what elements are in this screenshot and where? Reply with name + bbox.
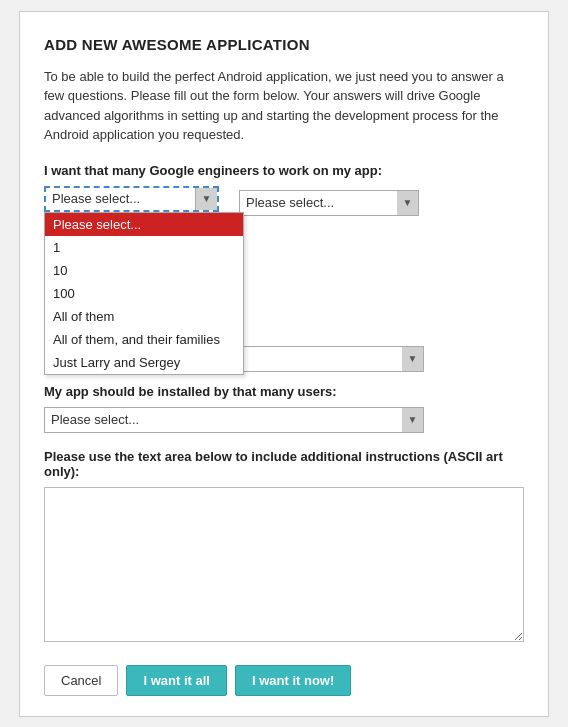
dropdown-option-1[interactable]: 1 <box>45 236 243 259</box>
dropdown-option-100[interactable]: 100 <box>45 282 243 305</box>
dialog-footer: Cancel I want it all I want it now! <box>44 665 524 696</box>
dropdown-option-larry[interactable]: Just Larry and Sergey <box>45 351 243 374</box>
dropdown-option-please-select[interactable]: Please select... <box>45 213 243 236</box>
dialog-title: ADD NEW AWESOME APPLICATION <box>44 36 524 53</box>
dropdown-option-all[interactable]: All of them <box>45 305 243 328</box>
dialog-description: To be able to build the perfect Android … <box>44 67 524 145</box>
cancel-button[interactable]: Cancel <box>44 665 118 696</box>
ascii-label: Please use the text area below to includ… <box>44 449 524 479</box>
ascii-textarea[interactable] <box>44 487 524 642</box>
engineers-dropdown-arrow: ▼ <box>195 188 217 210</box>
users-dropdown[interactable]: Please select... <box>44 407 424 433</box>
engineers-dropdown-trigger[interactable]: Please select... ▼ <box>44 186 219 212</box>
engineers-dropdown-menu: Please select... 1 10 100 All of them Al… <box>44 212 244 375</box>
users-section: My app should be installed by that many … <box>44 384 524 433</box>
users-dropdown-wrap: Please select... ▼ <box>44 407 424 433</box>
want-all-button[interactable]: I want it all <box>126 665 226 696</box>
featured-dropdown[interactable]: Please select... <box>239 190 419 216</box>
ascii-section: Please use the text area below to includ… <box>44 449 524 645</box>
dialog: ADD NEW AWESOME APPLICATION To be able t… <box>19 11 549 717</box>
engineers-row: Please select... ▼ Please select... 1 10… <box>44 186 524 212</box>
engineers-dropdown-selected-label: Please select... <box>46 191 195 206</box>
dropdown-option-all-families[interactable]: All of them, and their families <box>45 328 243 351</box>
dropdown-option-10[interactable]: 10 <box>45 259 243 282</box>
engineers-label: I want that many Google engineers to wor… <box>44 163 524 178</box>
engineers-dropdown-container[interactable]: Please select... ▼ Please select... 1 10… <box>44 186 219 212</box>
users-label: My app should be installed by that many … <box>44 384 524 399</box>
want-now-button[interactable]: I want it now! <box>235 665 351 696</box>
featured-dropdown-wrap: Please select... ▼ <box>239 190 419 216</box>
